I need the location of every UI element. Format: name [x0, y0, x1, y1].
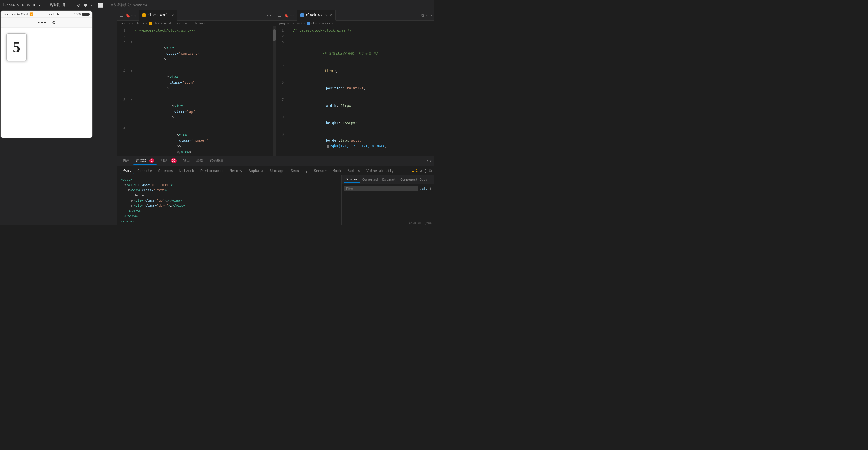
styles-tab-componentdata[interactable]: Component Data — [398, 176, 430, 183]
phone-time: 22:16 — [49, 12, 59, 16]
bottom-tabs-bar: 构建 调试器 2 问题 36 输出 终端 — [117, 156, 434, 166]
code-line-4: 4 ▾ <view class="item" > — [117, 68, 276, 97]
wxml-tab-close[interactable]: ✕ — [171, 13, 174, 18]
editor-area: ☰ 🔖 ← → clock.wxml ✕ ··· pages › clock — [117, 10, 434, 156]
wxss-back-icon[interactable]: ← — [290, 13, 292, 18]
bc-wxml: clock.wxml — [153, 22, 172, 25]
bc-container: ▱ — [176, 22, 178, 25]
styles-add-button[interactable]: + — [429, 186, 432, 191]
styles-tab-styles[interactable]: Styles — [344, 176, 360, 183]
devtab-sources[interactable]: Sources — [155, 168, 176, 174]
tab-terminal[interactable]: 终端 — [193, 157, 206, 165]
styles-tab-computed[interactable]: Computed — [360, 176, 380, 183]
panel-icon[interactable]: ☰ — [119, 13, 124, 18]
tab-wxss[interactable]: clock.wxss ✕ — [297, 10, 336, 21]
tab-debugger[interactable]: 调试器 2 — [133, 157, 157, 165]
wxml-node-container[interactable]: ▼<view class="container"> — [121, 183, 338, 188]
wxml-node-item[interactable]: ▼<view class="item"> — [121, 188, 338, 193]
wxss-tab-close[interactable]: ✕ — [330, 13, 332, 18]
bc-clock: clock — [135, 22, 144, 25]
tab-codequality[interactable]: 代码质量 — [207, 157, 226, 165]
styles-filter-input[interactable] — [344, 186, 418, 191]
dropdown-arrow[interactable]: ▾ — [38, 3, 40, 7]
wxss-more-icon[interactable]: ··· — [426, 13, 433, 18]
bookmark-icon[interactable]: 🔖 — [125, 13, 130, 18]
scroll-indicator[interactable] — [273, 26, 276, 156]
code-line-3: 3 ▾ <view class="container" > — [117, 39, 276, 68]
devtab-storage[interactable]: Storage — [267, 168, 287, 174]
devtab-wxml[interactable]: Wxml — [120, 167, 134, 174]
wxss-line-5: 5 .item { — [276, 62, 434, 79]
wxss-forward-icon[interactable]: → — [292, 13, 294, 18]
wxml-node-page[interactable]: <page> — [121, 177, 338, 183]
toolbar-dots[interactable]: ••• — [37, 20, 46, 26]
styles-cls[interactable]: .cls — [420, 187, 428, 191]
bc-view-container: view.container — [179, 22, 206, 25]
wxml-node-up[interactable]: ▶<view class="up">…</view> — [121, 198, 338, 203]
wxss-line-2: 2 — [276, 33, 434, 39]
devtool-right-actions: ▲ 2 ⚙ ⋮ ⧉ — [412, 168, 432, 173]
wxml-node-close-page: </page> — [121, 219, 338, 224]
styles-tab-dataset[interactable]: Dataset — [380, 176, 398, 183]
network-label: WeChat — [17, 12, 29, 16]
devtab-network[interactable]: Network — [177, 168, 197, 174]
toolbar-circle[interactable]: ⊙ — [53, 20, 56, 26]
bc-wxss-icon — [307, 22, 310, 25]
forward-icon[interactable]: → — [134, 13, 136, 18]
refresh-icon[interactable]: ↺ — [77, 2, 80, 8]
devtab-console[interactable]: Console — [134, 168, 155, 174]
wxml-tree: <page> ▼<view class="container"> ▼<view … — [121, 177, 338, 224]
simulator-panel: ••••• WeChat 📶 22:16 100% ••• ⊙ 5 — [0, 10, 117, 225]
tab-more[interactable]: ··· — [261, 13, 274, 18]
wxml-breadcrumb: pages › clock › clock.wxml › ▱ view.cont… — [117, 21, 276, 26]
hot-reload-button[interactable]: 热重载 开 — [48, 2, 67, 8]
wxss-bookmark-icon[interactable]: 🔖 — [284, 13, 288, 18]
scroll-thumb[interactable] — [273, 29, 276, 41]
expand-icon[interactable]: ⧉ — [429, 168, 432, 173]
phone-icon[interactable]: ▭ — [91, 2, 94, 8]
tab-problems[interactable]: 问题 36 — [158, 157, 179, 165]
bottom-content: <page> ▼<view class="container"> ▼<view … — [117, 175, 434, 225]
wxss-bc-ellipsis: ... — [334, 22, 340, 25]
devtab-audits[interactable]: Audits — [345, 168, 363, 174]
tab-wxml[interactable]: clock.wxml ✕ — [139, 10, 178, 21]
collapse-icon[interactable]: ∧ — [427, 159, 429, 163]
wxss-line-10: 10 box-shadow: 0 2rpx 18rpx rgba(0,0,0,0… — [276, 155, 434, 156]
devtab-appdata[interactable]: AppData — [246, 168, 266, 174]
close-panel-icon[interactable]: ✕ — [430, 159, 432, 163]
tab-output[interactable]: 输出 — [180, 157, 193, 165]
layout-icon[interactable]: ⬜ — [98, 2, 103, 8]
wxml-code-content: 1 <!--pages/clock/clock.wxml--> 2 3 ▾ <v… — [117, 26, 276, 156]
record-icon[interactable]: ⏺ — [83, 2, 88, 8]
wxss-panel-icon[interactable]: ☰ — [277, 13, 283, 18]
wxml-node-down[interactable]: ▶<view class="down">…</view> — [121, 203, 338, 208]
settings-icon[interactable]: ⚙ — [420, 168, 422, 173]
styles-tabs: Styles Computed Dataset Component Data — [342, 175, 434, 184]
wxss-tab-bar: ☰ 🔖 ← → clock.wxss ✕ ⧉ ··· — [276, 10, 434, 21]
wxml-node-close-item: </view> — [121, 208, 338, 214]
devtab-mock[interactable]: Mock — [330, 168, 344, 174]
back-icon[interactable]: ← — [131, 13, 133, 18]
tab-build[interactable]: 构建 — [120, 157, 132, 165]
bottom-tab-group: 构建 调试器 2 问题 36 输出 终端 — [120, 157, 226, 165]
top-bar: iPhone 5 100% 16 ▾ 热重载 开 ↺ ⏺ ▭ ⬜ 当前渲染模式:… — [0, 0, 434, 10]
code-line-6: 6 <view class="number" >5 </view> — [117, 126, 276, 156]
wxss-breadcrumb: pages › clock › clock.wxss › ... — [276, 21, 434, 26]
wxss-code-content: 1 /* pages/clock/clock.wxss */ 2 3 4 — [276, 26, 434, 156]
devtab-sensor[interactable]: Sensor — [311, 168, 329, 174]
wxss-line-6: 6 position: relative; — [276, 79, 434, 97]
more-icon[interactable]: ⋮ — [424, 168, 427, 173]
bc-pages: pages — [121, 22, 130, 25]
devtab-vulnerability[interactable]: Vulnerability — [364, 168, 397, 174]
devtab-security[interactable]: Security — [288, 168, 311, 174]
watermark: CSDN @gif_666 — [409, 221, 432, 224]
styles-panel: Styles Computed Dataset Component Data .… — [341, 175, 434, 225]
right-split: ☰ 🔖 ← → clock.wxml ✕ ··· pages › clock — [117, 10, 434, 225]
devtab-memory[interactable]: Memory — [227, 168, 245, 174]
styles-filter-row: .cls + — [344, 186, 432, 191]
wxml-node-before: ::before — [121, 193, 338, 198]
devtab-performance[interactable]: Performance — [197, 168, 226, 174]
instance-label: 16 — [32, 3, 36, 7]
wxss-split-icon[interactable]: ⧉ — [421, 13, 424, 18]
phone-toolbar: ••• ⊙ — [1, 18, 92, 28]
